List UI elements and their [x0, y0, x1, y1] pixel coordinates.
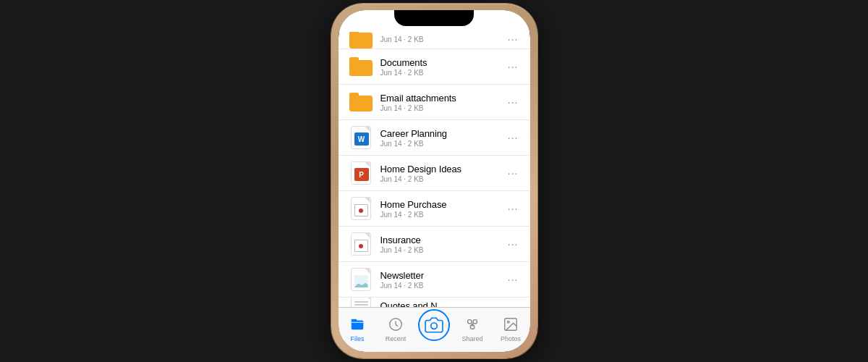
tab-recent[interactable]: Recent — [377, 315, 415, 342]
item-name: Career Planning — [380, 128, 506, 139]
item-name: Email attachments — [380, 93, 506, 104]
more-button[interactable]: ··· — [506, 94, 520, 110]
item-info: Insurance Jun 14 · 2 KB — [380, 235, 506, 254]
svg-point-3 — [431, 322, 438, 329]
tab-camera[interactable] — [415, 316, 454, 341]
svg-rect-0 — [352, 320, 364, 329]
item-info: Quotes and N — [380, 300, 520, 308]
folder-icon-wrap — [349, 90, 373, 114]
item-info: Career Planning Jun 14 · 2 KB — [380, 128, 506, 148]
word-doc-icon: W — [351, 126, 371, 149]
notch — [394, 10, 474, 26]
list-item[interactable]: Insurance Jun 14 · 2 KB ··· — [339, 227, 530, 262]
item-meta: Jun 14 · 2 KB — [380, 246, 506, 254]
status-bar — [339, 10, 530, 32]
tab-files-label: Files — [350, 335, 364, 342]
list-item[interactable]: Documents Jun 14 · 2 KB ··· — [339, 49, 530, 85]
item-meta: Jun 14 · 2 KB — [380, 69, 506, 77]
top-item-more[interactable]: ··· — [506, 32, 520, 47]
item-info: Newsletter Jun 14 · 2 KB — [380, 270, 506, 290]
phone-screen: Jun 14 · 2 KB ··· Documents J — [339, 10, 530, 352]
word-icon-wrap: W — [349, 125, 373, 150]
media-icon-wrap — [349, 196, 373, 221]
top-item-info: Jun 14 · 2 KB — [380, 35, 506, 43]
folder-icon — [349, 32, 373, 49]
svg-point-4 — [468, 319, 472, 324]
ppt-icon-wrap: P — [349, 161, 373, 185]
tab-shared-label: Shared — [461, 335, 482, 342]
list-item[interactable]: W Career Planning Jun 14 · 2 KB ··· — [339, 120, 530, 156]
item-meta: Jun 14 · 2 KB — [380, 211, 506, 219]
media-icon-wrap — [349, 232, 373, 256]
more-button[interactable]: ··· — [506, 165, 520, 181]
phone-frame: Jun 14 · 2 KB ··· Documents J — [331, 4, 537, 358]
more-button[interactable]: ··· — [506, 201, 520, 216]
folder-icon — [349, 93, 373, 111]
more-button[interactable]: ··· — [506, 236, 520, 252]
recent-icon — [386, 315, 405, 334]
tab-files[interactable]: Files — [339, 315, 377, 342]
item-name: Home Purchase — [380, 199, 506, 210]
svg-point-5 — [473, 319, 477, 324]
media-file-icon — [351, 197, 371, 220]
more-button[interactable]: ··· — [506, 130, 520, 146]
item-name: Newsletter — [380, 270, 506, 281]
item-info: Home Purchase Jun 14 · 2 KB — [380, 199, 506, 219]
svg-rect-1 — [352, 319, 357, 321]
powerpoint-doc-icon: P — [351, 161, 371, 185]
photos-icon — [501, 315, 520, 334]
item-name: Documents — [380, 57, 506, 68]
tab-photos-label: Photos — [501, 335, 521, 342]
list-item[interactable]: P Home Design Ideas Jun 14 · 2 KB ··· — [339, 156, 530, 191]
generic-file-icon — [351, 298, 371, 307]
top-item-icon — [349, 32, 373, 49]
item-meta: Jun 14 · 2 KB — [380, 282, 506, 290]
camera-icon — [418, 309, 450, 341]
tab-shared[interactable]: Shared — [454, 315, 492, 342]
app-screen: Jun 14 · 2 KB ··· Documents J — [339, 10, 530, 352]
item-info: Home Design Ideas Jun 14 · 2 KB — [380, 164, 506, 183]
media-file-icon — [351, 232, 371, 256]
list-item[interactable]: Newsletter Jun 14 · 2 KB ··· — [339, 262, 530, 298]
top-item-meta: Jun 14 · 2 KB — [380, 35, 506, 43]
tab-recent-label: Recent — [386, 335, 407, 342]
generic-icon-wrap — [349, 298, 373, 307]
shared-icon — [463, 315, 482, 334]
item-name: Quotes and N — [380, 300, 520, 308]
list-item[interactable]: Email attachments Jun 14 · 2 KB ··· — [339, 85, 530, 120]
partial-list-item[interactable]: Quotes and N — [339, 298, 530, 307]
photo-file-icon — [351, 268, 371, 291]
item-name: Insurance — [380, 235, 506, 245]
svg-point-6 — [470, 324, 475, 329]
files-icon — [348, 315, 367, 334]
file-list: Documents Jun 14 · 2 KB ··· Email atta — [339, 49, 530, 307]
folder-icon — [349, 57, 373, 76]
top-partial-item: Jun 14 · 2 KB ··· — [339, 32, 530, 49]
svg-point-10 — [507, 321, 509, 323]
item-info: Email attachments Jun 14 · 2 KB — [380, 93, 506, 112]
more-button[interactable]: ··· — [506, 272, 520, 287]
more-button[interactable]: ··· — [506, 59, 520, 75]
item-name: Home Design Ideas — [380, 164, 506, 174]
item-info: Documents Jun 14 · 2 KB — [380, 57, 506, 77]
list-item[interactable]: Home Purchase Jun 14 · 2 KB ··· — [339, 191, 530, 227]
item-meta: Jun 14 · 2 KB — [380, 104, 506, 112]
folder-icon-wrap — [349, 54, 373, 79]
tab-photos[interactable]: Photos — [492, 315, 530, 342]
item-meta: Jun 14 · 2 KB — [380, 175, 506, 183]
photo-icon-wrap — [349, 267, 373, 292]
tab-bar: Files Recent — [339, 307, 530, 352]
item-meta: Jun 14 · 2 KB — [380, 140, 506, 148]
